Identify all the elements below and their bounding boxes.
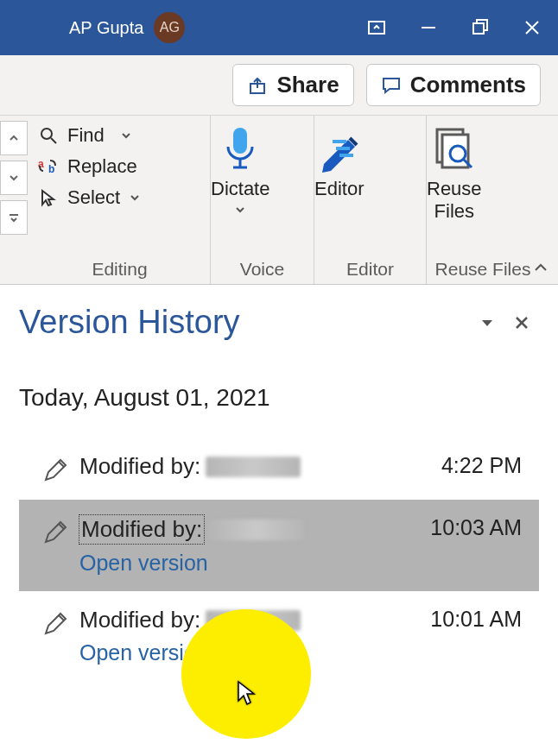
voice-group-label: Voice xyxy=(211,255,314,284)
styles-down-button[interactable] xyxy=(0,161,28,195)
version-date-header: Today, August 01, 2021 xyxy=(19,384,539,412)
version-time: 10:01 AM xyxy=(430,607,522,632)
version-item[interactable]: Modified by: Open version 10:03 AM xyxy=(19,500,539,591)
mouse-cursor-icon xyxy=(237,680,257,706)
ribbon-display-options-button[interactable] xyxy=(351,0,403,55)
dictate-button[interactable]: Dictate xyxy=(211,124,269,216)
voice-group: Dictate Voice xyxy=(211,116,314,284)
collapse-ribbon-button[interactable] xyxy=(532,260,549,277)
account-avatar[interactable]: AG xyxy=(154,12,185,43)
comments-label: Comments xyxy=(410,72,526,98)
svg-rect-2 xyxy=(473,23,484,34)
collab-bar: Share Comments xyxy=(0,55,558,116)
editor-group: Editor Editor xyxy=(314,116,427,284)
styles-more-button[interactable] xyxy=(0,200,28,235)
editor-button[interactable]: Editor xyxy=(314,124,364,200)
svg-rect-0 xyxy=(369,22,384,34)
svg-rect-12 xyxy=(233,128,247,154)
reuse-files-group: Reuse Files Reuse Files xyxy=(427,116,539,284)
editor-label: Editor xyxy=(314,178,364,200)
version-item[interactable]: Modified by: 4:22 PM xyxy=(19,438,539,500)
select-button[interactable]: Select xyxy=(38,186,141,209)
pencil-icon xyxy=(41,457,69,484)
ribbon: Find ab Replace Select Ed xyxy=(0,116,558,285)
pencil-icon xyxy=(41,610,69,638)
version-item[interactable]: Modified by: Open version 10:01 AM xyxy=(19,591,539,681)
close-button[interactable] xyxy=(506,0,558,55)
modified-by-label: Modified by: xyxy=(79,515,204,544)
open-version-link[interactable]: Open version xyxy=(79,551,527,576)
version-history-pane: Version History Today, August 01, 2021 M… xyxy=(0,285,558,681)
open-version-link[interactable]: Open version xyxy=(79,640,527,665)
replace-icon: ab xyxy=(38,156,59,177)
comments-button[interactable]: Comments xyxy=(366,64,541,106)
styles-up-button[interactable] xyxy=(0,121,28,155)
modified-by-label: Modified by: xyxy=(79,453,200,480)
version-time: 4:22 PM xyxy=(441,453,522,478)
version-time: 10:03 AM xyxy=(430,515,522,540)
account-name[interactable]: AP Gupta xyxy=(69,18,143,38)
pencil-icon xyxy=(41,519,69,546)
svg-text:b: b xyxy=(48,163,54,175)
pane-close-button[interactable] xyxy=(504,306,539,340)
modified-by-name xyxy=(206,457,301,477)
modified-by-label: Modified by: xyxy=(79,607,200,633)
dictate-dropdown-icon[interactable] xyxy=(234,204,246,216)
comment-icon xyxy=(381,75,402,96)
replace-button[interactable]: ab Replace xyxy=(38,155,137,178)
maximize-button[interactable] xyxy=(454,0,506,55)
modified-by-name xyxy=(206,610,301,631)
styles-gallery-scroll xyxy=(0,116,29,284)
microphone-icon xyxy=(216,124,264,173)
svg-point-8 xyxy=(41,129,52,139)
reuse-files-icon xyxy=(430,124,479,173)
title-bar: AP Gupta AG xyxy=(0,0,558,55)
svg-line-9 xyxy=(51,138,56,143)
select-label: Select xyxy=(67,186,120,209)
minimize-button[interactable] xyxy=(403,0,454,55)
share-label: Share xyxy=(276,72,339,98)
dictate-label: Dictate xyxy=(211,178,269,200)
share-button[interactable]: Share xyxy=(232,64,353,106)
modified-by-name xyxy=(209,520,304,540)
share-icon xyxy=(247,75,268,96)
pane-options-button[interactable] xyxy=(470,306,504,340)
editor-group-label: Editor xyxy=(314,255,426,284)
replace-label: Replace xyxy=(67,155,137,178)
find-button[interactable]: Find xyxy=(38,124,132,147)
select-dropdown-icon[interactable] xyxy=(129,192,141,204)
svg-text:a: a xyxy=(38,158,44,170)
reuse-files-group-label: Reuse Files xyxy=(427,255,539,284)
version-history-title: Version History xyxy=(19,304,470,341)
cursor-arrow-icon xyxy=(38,187,59,208)
editing-group-label: Editing xyxy=(29,255,210,284)
editing-group: Find ab Replace Select Ed xyxy=(29,116,211,284)
reuse-files-button[interactable]: Reuse Files xyxy=(427,124,482,224)
find-dropdown-icon[interactable] xyxy=(120,129,132,142)
search-icon xyxy=(38,125,59,146)
editor-pen-icon xyxy=(315,124,364,173)
svg-marker-22 xyxy=(482,320,492,326)
reuse-files-label: Reuse Files xyxy=(427,178,482,224)
find-label: Find xyxy=(67,124,105,147)
